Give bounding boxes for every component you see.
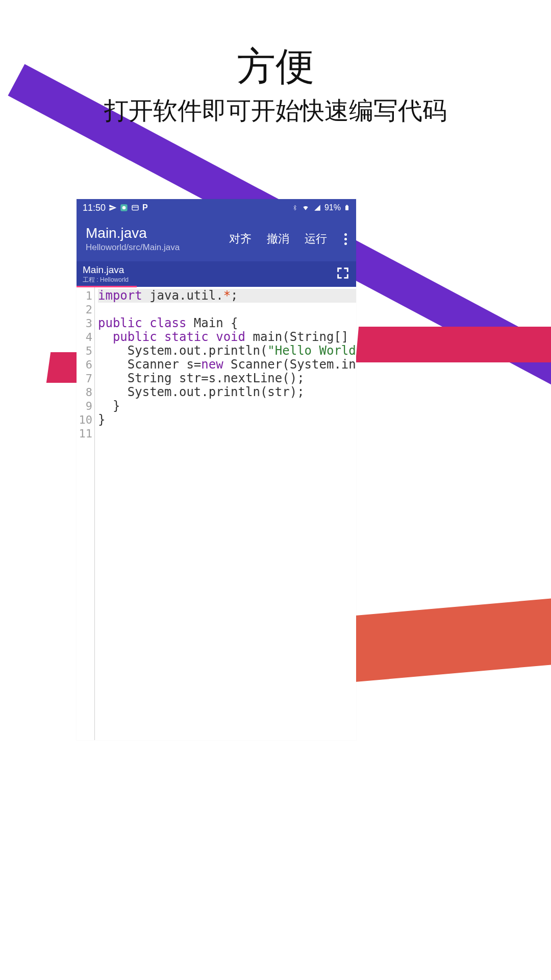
app-bar: Main.java Helloworld/src/Main.java 对齐 撤消… <box>77 216 356 261</box>
code-line[interactable]: Scanner s=new Scanner(System.in <box>98 358 356 372</box>
wifi-icon <box>301 204 310 211</box>
signal-icon <box>313 204 321 211</box>
code-line[interactable]: } <box>98 399 356 413</box>
line-number-gutter: 1234567891011 <box>77 287 95 740</box>
card-icon <box>131 204 139 212</box>
line-number: 11 <box>77 427 92 440</box>
bluetooth-icon <box>292 204 298 212</box>
telegram-icon <box>109 204 117 212</box>
expand-icon[interactable] <box>336 266 350 282</box>
code-line[interactable]: } <box>98 413 356 427</box>
line-number: 6 <box>77 358 92 372</box>
line-number: 9 <box>77 399 92 413</box>
line-number: 3 <box>77 316 92 330</box>
decorative-stripe-red-right <box>356 327 551 362</box>
status-bar: 11:50 P 91% <box>77 199 356 216</box>
status-time: 11:50 <box>83 203 106 213</box>
code-line[interactable] <box>98 427 356 440</box>
tab-filename: Main.java <box>83 264 129 276</box>
tab-bar: Main.java 工程 : Helloworld <box>77 261 356 287</box>
code-line[interactable]: System.out.println("Hello World <box>98 344 356 358</box>
code-line[interactable]: public static void main(String[] <box>98 330 356 344</box>
battery-percent: 91% <box>324 203 341 212</box>
code-line[interactable]: String str=s.nextLine(); <box>98 372 356 385</box>
promo-title: 方便 <box>0 41 551 93</box>
svg-rect-5 <box>346 205 348 206</box>
tab-project: 工程 : Helloworld <box>83 276 129 284</box>
line-number: 1 <box>77 289 92 303</box>
more-icon[interactable] <box>342 233 349 245</box>
code-area[interactable]: import java.util.*;public class Main { p… <box>95 287 356 740</box>
code-line[interactable]: public class Main { <box>98 316 356 330</box>
code-line[interactable]: System.out.println(str); <box>98 385 356 399</box>
line-number: 8 <box>77 385 92 399</box>
promo-subtitle: 打开软件即可开始快速编写代码 <box>0 94 551 127</box>
svg-rect-2 <box>132 205 138 210</box>
file-tab[interactable]: Main.java 工程 : Helloworld <box>77 261 135 287</box>
camera-icon <box>120 204 128 212</box>
line-number: 7 <box>77 372 92 385</box>
line-number: 10 <box>77 413 92 427</box>
decorative-stripe-orange <box>342 598 551 683</box>
svg-point-1 <box>122 206 126 210</box>
code-line[interactable] <box>98 303 356 316</box>
phone-frame: 11:50 P 91% <box>77 199 356 740</box>
code-editor[interactable]: 1234567891011 import java.util.*;public … <box>77 287 356 740</box>
align-button[interactable]: 对齐 <box>229 231 252 247</box>
file-title: Main.java <box>86 225 229 241</box>
svg-rect-4 <box>345 206 348 210</box>
line-number: 2 <box>77 303 92 316</box>
tab-indicator <box>77 286 137 287</box>
undo-button[interactable]: 撤消 <box>267 231 289 247</box>
line-number: 5 <box>77 344 92 358</box>
code-line[interactable]: import java.util.*; <box>98 289 356 303</box>
p-icon: P <box>142 203 148 212</box>
line-number: 4 <box>77 330 92 344</box>
file-path: Helloworld/src/Main.java <box>86 242 229 253</box>
run-button[interactable]: 运行 <box>305 231 327 247</box>
battery-icon <box>344 204 350 212</box>
